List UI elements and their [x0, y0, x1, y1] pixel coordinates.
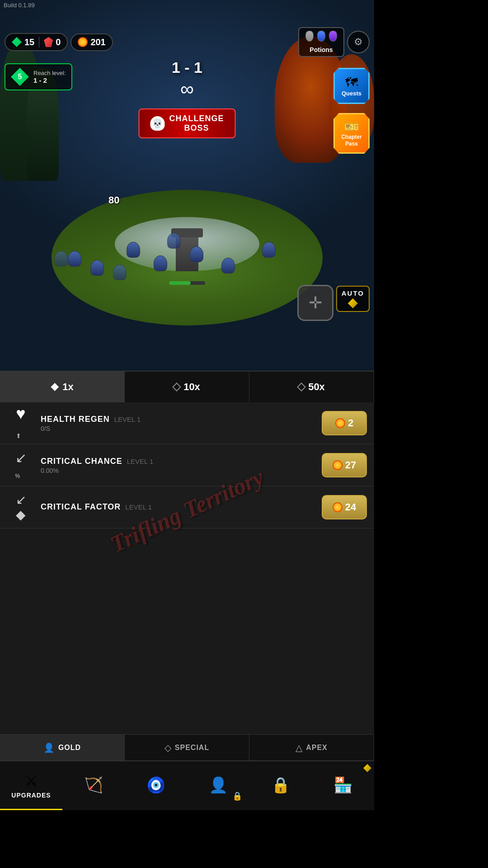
- tab-upgrades[interactable]: ⚔ UPGRADES: [0, 761, 62, 810]
- mult-label-50x: 50x: [308, 381, 325, 393]
- upgrade-name-crit: CRITICAL CHANCE: [41, 457, 122, 466]
- enemy-unit: [90, 260, 104, 276]
- potions-label: Potions: [310, 46, 333, 53]
- potion-flask-3: [329, 31, 337, 42]
- upgrade-cost-btn-crit[interactable]: 27: [322, 453, 367, 477]
- mult-label-10x: 10x: [183, 381, 200, 393]
- cost-coin-health: [335, 418, 345, 428]
- plus-icon: ✛: [309, 293, 322, 312]
- tab-magic[interactable]: 🧿: [125, 761, 187, 810]
- shop-icon: 🏪: [333, 776, 352, 794]
- gold-panel: 201: [70, 33, 113, 51]
- apex-category-label: APEX: [306, 744, 328, 752]
- gold-value: 201: [90, 37, 105, 47]
- cost-coin-factor: [333, 502, 343, 512]
- category-apex[interactable]: △ APEX: [249, 735, 374, 760]
- quests-button[interactable]: 🗺 Quests: [333, 68, 370, 104]
- infinity-icon: ∞: [172, 78, 202, 100]
- upgrade-stat-crit: 0.00%: [41, 467, 322, 474]
- multiplier-50x[interactable]: 50x: [249, 372, 374, 402]
- auto-button[interactable]: AUTO: [336, 286, 370, 312]
- coin-icon: [78, 37, 88, 47]
- quests-label: Quests: [342, 90, 361, 97]
- gem-icon: [12, 37, 22, 47]
- level-info: Reach level: 1 - 2: [33, 70, 66, 84]
- upgrade-info-crit: CRITICAL CHANCE LEVEL 1 0.00%: [41, 457, 322, 474]
- enemy-unit: [154, 255, 167, 271]
- special-category-icon: ◇: [164, 742, 171, 753]
- challenge-boss-banner: CHALLENGE BOSS: [139, 108, 236, 138]
- upgrade-name-factor: CRITICAL FACTOR: [41, 502, 121, 512]
- potion-flask-1: [305, 31, 314, 42]
- diamond-icon-50x: [297, 382, 306, 392]
- locked-icon-1: 🔒: [271, 776, 290, 794]
- level-indicator: 5 Reach level: 1 - 2: [5, 63, 72, 90]
- bottom-tab-bar: ⚔ UPGRADES 🏹 🧿 👤 🔒 🔒 🏪: [0, 760, 374, 810]
- settings-button[interactable]: ⚙: [347, 31, 370, 53]
- enemy-unit: [167, 233, 181, 249]
- level-gem-icon: 5: [11, 68, 29, 86]
- upgrade-level-crit: LEVEL 1: [127, 458, 154, 465]
- multiplier-10x[interactable]: 10x: [125, 372, 249, 402]
- upgrade-level-health: LEVEL 1: [114, 415, 141, 423]
- tab-archery[interactable]: 🏹: [62, 761, 125, 810]
- crystals-value: 0: [56, 37, 61, 47]
- diamond-icon-10x: [172, 382, 181, 392]
- upgrades-icon: ⚔: [24, 772, 38, 790]
- category-gold[interactable]: 👤 GOLD: [0, 735, 125, 760]
- enemy-unit: [127, 242, 140, 258]
- enemy-unit: [113, 264, 127, 280]
- attack-button[interactable]: ✛: [297, 285, 333, 321]
- tab-hero[interactable]: 👤 🔒: [187, 761, 249, 810]
- upgrade-info-factor: CRITICAL FACTOR LEVEL 1: [41, 502, 322, 513]
- level-display: 1 - 1 ∞: [172, 59, 202, 100]
- chapter-pass-label: Chapter Pass: [335, 134, 368, 147]
- gems-value: 15: [24, 37, 34, 47]
- upgrade-item-health-regen: ♥⬆ HEALTH REGEN LEVEL 1 0/S 2: [0, 402, 374, 444]
- crystal-icon: [44, 37, 53, 47]
- gold-diamond-badge: [363, 764, 371, 772]
- potion-flask-2: [317, 31, 325, 42]
- upgrade-cost-btn-factor[interactable]: 24: [322, 495, 367, 519]
- enemy-unit: [190, 246, 203, 262]
- upgrade-item-crit-factor: ↙◆ CRITICAL FACTOR LEVEL 1 24: [0, 486, 374, 528]
- enemy-unit: [68, 251, 81, 267]
- upgrade-level-factor: LEVEL 1: [125, 503, 152, 511]
- mult-label-1x: 1x: [62, 381, 73, 393]
- magic-icon: 🧿: [146, 776, 165, 794]
- cost-coin-crit: [333, 460, 343, 470]
- category-special[interactable]: ◇ SPECIAL: [125, 735, 249, 760]
- diamond-icon-1x: [51, 383, 59, 391]
- enemy-unit: [262, 242, 276, 258]
- upgrade-cost-btn-health[interactable]: 2: [322, 411, 367, 435]
- cost-val-crit: 27: [345, 459, 356, 471]
- multiplier-1x[interactable]: 1x: [0, 372, 125, 402]
- upgrade-list: ♥⬆ HEALTH REGEN LEVEL 1 0/S 2 ↙% CRITI: [0, 402, 374, 734]
- heart-icon: ♥⬆: [16, 404, 25, 442]
- cost-val-health: 2: [348, 417, 353, 429]
- upgrade-info-health: HEALTH REGEN LEVEL 1 0/S: [41, 415, 322, 432]
- upgrade-icon-wrap-crit: ↙%: [7, 452, 34, 479]
- separator: [39, 37, 39, 47]
- tower-health-fill: [169, 281, 191, 285]
- archery-icon: 🏹: [84, 776, 103, 794]
- category-bar: 👤 GOLD ◇ SPECIAL △ APEX: [0, 734, 374, 760]
- auto-label: AUTO: [342, 289, 364, 297]
- apex-category-icon: △: [296, 742, 302, 753]
- tab-shop[interactable]: 🏪: [312, 761, 374, 810]
- chapter-pass-button[interactable]: 🎫 Chapter Pass: [333, 113, 370, 154]
- hud-top: Build 0.1.89 15 0 201: [0, 0, 374, 61]
- special-category-label: SPECIAL: [175, 744, 209, 752]
- lock-icon-hero: 🔒: [232, 791, 242, 801]
- gear-icon: ⚙: [354, 36, 363, 48]
- boss-label: CHALLENGE BOSS: [169, 114, 224, 133]
- upgrade-name-health: HEALTH REGEN: [41, 415, 110, 424]
- gold-category-icon: 👤: [43, 742, 55, 753]
- potions-icons: [305, 31, 337, 42]
- enemy-unit: [54, 251, 68, 267]
- upgrade-icon-wrap-factor: ↙◆: [7, 494, 34, 521]
- upgrade-item-crit-chance: ↙% CRITICAL CHANCE LEVEL 1 0.00% 27: [0, 444, 374, 486]
- upgrade-stat-health: 0/S: [41, 425, 322, 432]
- potions-panel[interactable]: Potions: [298, 27, 344, 57]
- hero-icon: 👤: [209, 776, 228, 794]
